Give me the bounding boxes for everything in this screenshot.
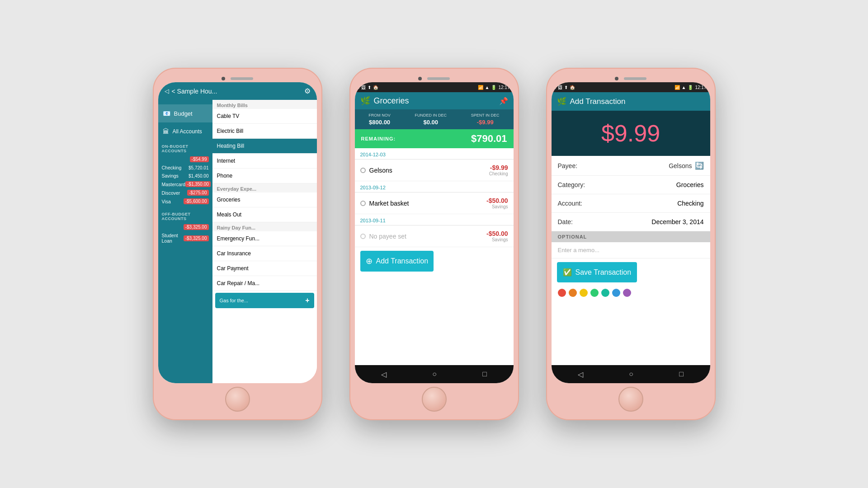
fb-icon-3: f: [555, 85, 557, 90]
visa-account[interactable]: Visa -$5,600.00: [158, 197, 212, 206]
save-transaction-label: Save Transaction: [576, 268, 632, 277]
home-area-1: [158, 383, 317, 415]
phone-item[interactable]: Phone: [212, 169, 317, 183]
flag-orange[interactable]: [569, 289, 577, 297]
transaction-date-2: 2013-09-12: [355, 181, 514, 192]
pin-icon[interactable]: 📌: [499, 97, 508, 105]
transaction-np-left: No payee set: [360, 233, 407, 240]
mastercard-balance: -$1,350.00: [185, 181, 211, 187]
add-transaction-label: Add Transaction: [376, 257, 429, 265]
gear-icon[interactable]: ⚙: [304, 87, 311, 95]
android-nav-3: ◁ ○ □: [552, 365, 710, 383]
monthly-bills-group: Monthly Bills: [212, 100, 317, 109]
transaction-market-basket[interactable]: Market basket -$50.00 Savings: [355, 192, 514, 214]
memo-field[interactable]: Enter a memo...: [552, 242, 710, 258]
flag-blue[interactable]: [612, 289, 620, 297]
transaction-gelsons[interactable]: Gelsons -$9.99 Checking: [355, 160, 514, 181]
meals-out-item[interactable]: Meals Out: [212, 207, 317, 222]
sidebar-item-budget[interactable]: 📧 Budget: [158, 104, 212, 122]
clock-2: 12:17: [498, 85, 509, 90]
payee-row[interactable]: Payee: Gelsons 🔄: [552, 156, 710, 176]
on-budget-total: -$54.99: [158, 155, 212, 164]
payee-refresh-icon[interactable]: 🔄: [695, 161, 704, 170]
transaction-gelsons-name: Gelsons: [369, 167, 392, 174]
discover-account[interactable]: Discover -$275.00: [158, 188, 212, 197]
transaction-no-payee[interactable]: No payee set -$50.00 Savings: [355, 225, 514, 247]
car-repair-item[interactable]: Car Repair / Ma...: [212, 276, 317, 291]
heating-bill-item[interactable]: Heating Bill: [212, 139, 317, 154]
home-button-1[interactable]: [225, 387, 250, 412]
phone-3-screen-area: f 🖼 ⬆ 🏠 📶 ▲ 🔋 12:17 🌿 Add Trans: [552, 82, 710, 383]
spent-dec-value: -$9.99: [471, 119, 500, 126]
sidebar-item-accounts[interactable]: 🏛 All Accounts: [158, 122, 212, 141]
front-camera-2: [418, 77, 422, 80]
recents-nav-btn-2[interactable]: □: [482, 370, 487, 378]
back-nav-btn-2[interactable]: ◁: [381, 370, 387, 379]
recents-nav-btn-3[interactable]: □: [679, 370, 684, 378]
back-nav-btn-3[interactable]: ◁: [578, 370, 583, 379]
discover-label: Discover: [162, 190, 180, 196]
home-button-3[interactable]: [618, 387, 643, 412]
flag-green[interactable]: [590, 289, 599, 297]
emergency-fund-item[interactable]: Emergency Fun...: [212, 231, 317, 246]
everyday-expenses-group: Everyday Expe...: [212, 183, 317, 192]
emergency-fund-label: Emergency Fun...: [217, 235, 260, 242]
home-nav-btn-2[interactable]: ○: [432, 370, 437, 378]
savings-account[interactable]: Savings $1,450.00: [158, 172, 212, 180]
wifi-icon-3: 📶: [675, 85, 680, 90]
img-icon-3: 🖼: [558, 85, 562, 90]
payee-label: Payee:: [558, 162, 578, 169]
account-row[interactable]: Account: Checking: [552, 194, 710, 213]
budget-content: 📧 Budget 🏛 All Accounts ON-BUDGET ACCOUN…: [158, 100, 317, 383]
save-transaction-button[interactable]: ✅ Save Transaction: [557, 262, 637, 282]
flag-red[interactable]: [558, 289, 566, 297]
groceries-item[interactable]: Groceries: [212, 192, 317, 207]
home-status-icon-3: 🏠: [570, 85, 575, 90]
car-insurance-label: Car Insurance: [217, 250, 251, 257]
transaction-np-amount: -$50.00: [486, 230, 508, 237]
amount-display: $9.99: [552, 111, 710, 156]
date-value: December 3, 2014: [651, 218, 703, 225]
home-nav-btn-3[interactable]: ○: [629, 370, 633, 378]
flag-teal[interactable]: [601, 289, 609, 297]
status-icons-left: f 🖼 ⬆ 🏠: [359, 85, 379, 90]
upload-icon: ⬆: [368, 85, 371, 90]
transaction-date-3: 2013-09-11: [355, 214, 514, 225]
battery-icon-3: 🔋: [688, 85, 693, 90]
date-row[interactable]: Date: December 3, 2014: [552, 213, 710, 231]
payee-value: Gelsons: [669, 162, 692, 169]
transaction-form: Payee: Gelsons 🔄 Category: Groceries Acc…: [552, 156, 710, 365]
flag-yellow[interactable]: [580, 289, 588, 297]
from-nov-stat: FROM NOV $800.00: [368, 113, 391, 126]
flag-purple[interactable]: [623, 289, 631, 297]
budget-header: ◁ < Sample Hou... ⚙: [158, 82, 317, 100]
mastercard-account[interactable]: Mastercard -$1,350.00: [158, 180, 212, 188]
car-insurance-item[interactable]: Car Insurance: [212, 246, 317, 261]
add-category-btn[interactable]: Gas for the... +: [215, 293, 314, 308]
car-payment-item[interactable]: Car Payment: [212, 261, 317, 276]
student-loan-account[interactable]: Student Loan -$3,325.00: [158, 231, 212, 245]
clock-3: 12:17: [695, 85, 706, 90]
funded-dec-stat: FUNDED IN DEC $0.00: [415, 113, 447, 126]
internet-item[interactable]: Internet: [212, 154, 317, 169]
category-row[interactable]: Category: Groceries: [552, 176, 710, 194]
checking-account[interactable]: Checking $5,720.01: [158, 164, 212, 172]
remaining-value: $790.01: [471, 133, 507, 145]
android-status-bar-3: f 🖼 ⬆ 🏠 📶 ▲ 🔋 12:17: [552, 82, 710, 92]
home-button-2[interactable]: [422, 387, 447, 412]
add-transaction-button[interactable]: ⊕ Add Transaction: [360, 251, 434, 272]
cable-tv-item[interactable]: Cable TV: [212, 109, 317, 124]
budget-categories: Monthly Bills Cable TV Electric Bill Hea…: [212, 100, 317, 383]
account-label: Account:: [558, 200, 582, 207]
add-trans-icon: 🌿: [557, 97, 566, 106]
phone-2-screen-area: f 🖼 ⬆ 🏠 📶 ▲ 🔋 12:17 🌿: [355, 82, 514, 383]
off-budget-total: -$3,325.00: [158, 223, 212, 231]
back-icon[interactable]: ◁: [165, 88, 169, 94]
budget-sidebar: 📧 Budget 🏛 All Accounts ON-BUDGET ACCOUN…: [158, 100, 212, 383]
checking-label: Checking: [162, 165, 182, 170]
front-camera-3: [615, 77, 618, 80]
rainy-day-group: Rainy Day Fun...: [212, 222, 317, 231]
transaction-mb-name: Market basket: [369, 200, 409, 207]
heating-bill-label: Heating Bill: [217, 143, 245, 149]
electric-bill-item[interactable]: Electric Bill: [212, 124, 317, 139]
